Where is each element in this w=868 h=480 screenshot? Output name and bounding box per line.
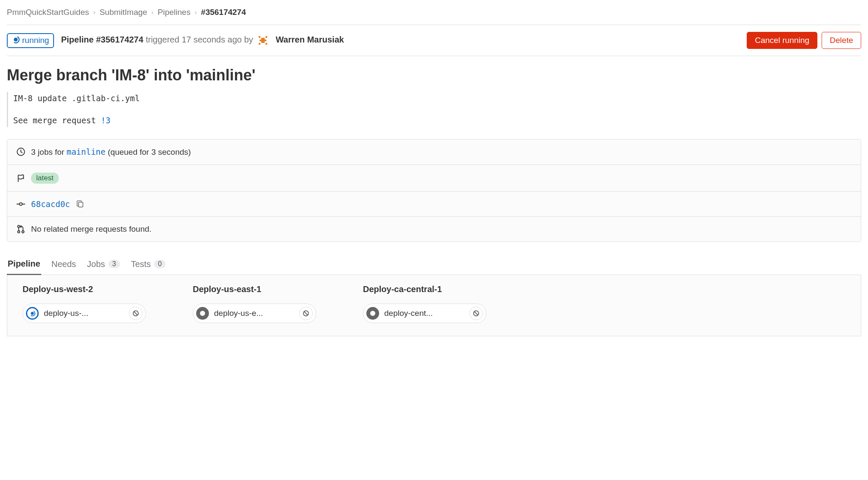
commit-title: Merge branch 'IM-8' into 'mainline' [7,66,861,84]
job-pill[interactable]: deploy-cent... [363,304,486,323]
stage-name: Deploy-ca-central-1 [363,284,486,294]
job-pill[interactable]: deploy-us-e... [193,304,316,323]
tab-needs[interactable]: Needs [51,254,77,275]
commit-sha-link[interactable]: 68cacd0c [31,199,70,209]
job-status-manual-icon [196,307,209,320]
tab-jobs[interactable]: Jobs 3 [86,254,121,275]
tab-tests[interactable]: Tests 0 [130,254,167,275]
avatar[interactable] [257,34,269,46]
pipeline-info-panel: 3 jobs for mainline (queued for 3 second… [7,139,861,242]
branch-link[interactable]: mainline [66,147,106,156]
latest-badge: latest [31,173,59,184]
chevron-right-icon: › [151,9,154,16]
copy-sha-button[interactable] [76,200,85,208]
pipeline-tabs: Pipeline Needs Jobs 3 Tests 0 [7,254,861,275]
svg-rect-6 [260,40,266,41]
flags-row: latest [7,165,861,192]
job-name: deploy-us-e... [214,309,294,318]
pipeline-trigger-info: Pipeline #356174274 triggered 17 seconds… [61,34,344,46]
svg-rect-3 [259,36,260,38]
job-status-manual-icon [366,307,379,320]
pipeline-graph: Deploy-us-west-2 deploy-us-... Deploy-us… [7,275,861,336]
commit-body: IM-8 update .gitlab-ci.yml See merge req… [7,92,861,127]
breadcrumb-item[interactable]: PmmQuickStartGuides [7,8,89,17]
breadcrumb-item[interactable]: Pipelines [158,8,191,17]
pipeline-header-actions: Cancel running Delete [747,32,861,49]
clock-icon [17,148,25,156]
pipeline-header-left: running Pipeline #356174274 triggered 17… [7,33,344,48]
job-cancel-button[interactable] [129,307,143,320]
svg-point-15 [22,231,24,233]
svg-rect-4 [266,36,267,38]
jobs-info-row: 3 jobs for mainline (queued for 3 second… [7,139,861,165]
pipeline-id: Pipeline #356174274 [61,35,143,44]
pipeline-stage: Deploy-us-west-2 deploy-us-... [23,284,146,323]
job-cancel-button[interactable] [299,307,313,320]
svg-rect-12 [78,202,83,207]
chevron-right-icon: › [195,9,197,16]
status-label: running [22,36,49,45]
pipeline-stage: Deploy-ca-central-1 deploy-cent... [363,284,486,323]
breadcrumb: PmmQuickStartGuides › SubmitImage › Pipe… [7,4,861,25]
tab-count: 3 [108,260,120,268]
svg-rect-5 [261,38,265,40]
tab-count: 0 [154,260,166,268]
tab-pipeline[interactable]: Pipeline [7,254,41,275]
stage-name: Deploy-us-east-1 [193,284,316,294]
job-status-running-icon [26,307,39,320]
svg-rect-9 [266,43,267,45]
breadcrumb-item[interactable]: SubmitImage [100,8,147,17]
merge-request-link[interactable]: !3 [101,116,111,125]
merge-request-text: No related merge requests found. [31,224,151,234]
chevron-right-icon: › [93,9,95,16]
commit-body-line: IM-8 update .gitlab-ci.yml [13,92,861,105]
svg-rect-8 [259,43,260,45]
commit-body-line: See merge request !3 [13,114,861,127]
job-cancel-button[interactable] [469,307,483,320]
commit-row: 68cacd0c [7,192,861,217]
pipeline-header: running Pipeline #356174274 triggered 17… [7,25,861,56]
job-name: deploy-cent... [384,309,464,318]
merge-request-icon [17,225,25,233]
svg-point-0 [14,37,18,41]
trigger-user[interactable]: Warren Marusiak [276,35,344,44]
svg-rect-7 [261,41,265,43]
svg-point-14 [18,231,20,233]
svg-point-11 [20,203,22,205]
jobs-info-text: 3 jobs for mainline (queued for 3 second… [31,147,191,157]
commit-icon [17,200,25,208]
job-name: deploy-us-... [44,309,124,318]
job-pill[interactable]: deploy-us-... [23,304,146,323]
delete-button[interactable]: Delete [822,32,861,49]
stage-name: Deploy-us-west-2 [23,284,146,294]
svg-point-13 [18,225,20,227]
svg-point-16 [31,312,34,315]
breadcrumb-item-current: #356174274 [201,8,246,17]
cancel-running-button[interactable]: Cancel running [747,32,817,49]
status-badge-running[interactable]: running [7,33,54,48]
merge-request-row: No related merge requests found. [7,217,861,241]
flag-icon [17,174,25,182]
pipeline-stage: Deploy-us-east-1 deploy-us-e... [193,284,316,323]
running-icon [12,36,20,45]
